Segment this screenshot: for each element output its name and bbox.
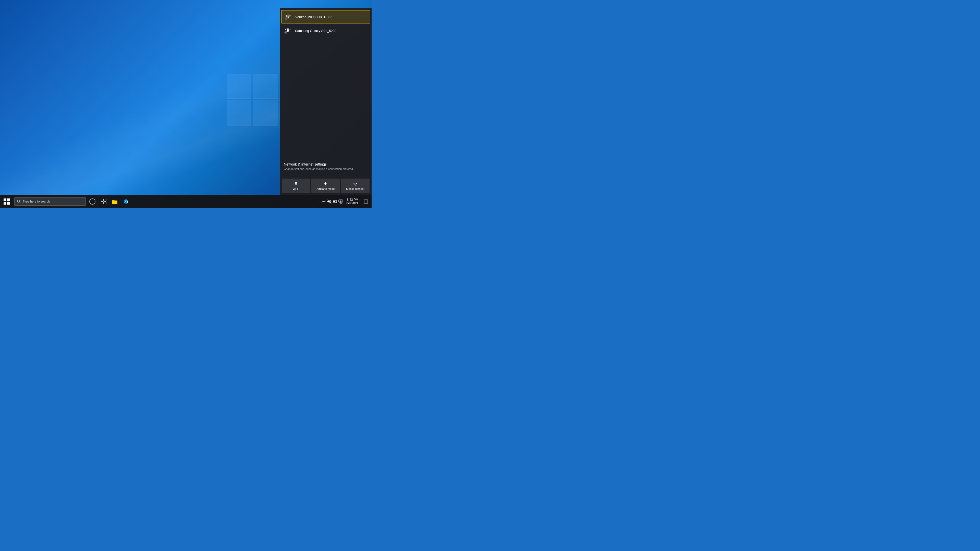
- taskbar-clock[interactable]: 8:43 PM 6/8/2021: [344, 198, 361, 205]
- edge-browser-button[interactable]: [121, 195, 132, 208]
- action-center-button[interactable]: [361, 195, 371, 208]
- network-wave-icon[interactable]: [321, 199, 326, 204]
- svg-rect-16: [104, 202, 106, 204]
- desktop: Verizon-MiFi8800L-CB66: [0, 0, 372, 208]
- mobile-hotspot-toggle-button[interactable]: Mobile hotspot: [341, 179, 369, 193]
- svg-point-3: [288, 18, 288, 19]
- svg-rect-17: [112, 201, 118, 204]
- taskbar-search[interactable]: Type here to search: [14, 197, 86, 206]
- svg-point-27: [340, 202, 341, 202]
- taskbar: Type here to search: [0, 195, 372, 208]
- battery-icon[interactable]: [332, 199, 338, 204]
- file-explorer-icon: [112, 198, 118, 205]
- network-settings-link[interactable]: Network & Internet settings: [284, 162, 368, 166]
- network-settings-description: Change settings, such as making a connec…: [284, 167, 368, 170]
- wifi-list: Verizon-MiFi8800L-CB66: [280, 8, 372, 39]
- show-hidden-icons-button[interactable]: ⌃: [316, 195, 321, 208]
- airplane-mode-toggle-label: Airplane mode: [317, 187, 335, 190]
- start-button[interactable]: [0, 195, 13, 208]
- svg-point-8: [296, 185, 296, 185]
- mobile-hotspot-toggle-label: Mobile hotspot: [346, 187, 364, 190]
- wifi-toggle-label: Wi-Fi: [293, 187, 299, 190]
- wifi-network-samsung-name: Samsung Galaxy S9+_5239: [295, 29, 336, 33]
- network-panel: Verizon-MiFi8800L-CB66: [280, 8, 372, 195]
- airplane-mode-toggle-button[interactable]: Airplane mode: [311, 179, 340, 193]
- svg-rect-22: [333, 201, 335, 202]
- network-toggles: Wi-Fi Airplane mode Mobile hotspot: [280, 176, 372, 195]
- wifi-toggle-button[interactable]: Wi-Fi: [282, 179, 310, 193]
- svg-point-7: [288, 32, 288, 32]
- system-tray: ⌃: [316, 195, 372, 208]
- search-placeholder: Type here to search: [23, 200, 50, 203]
- svg-rect-23: [337, 201, 337, 202]
- taskview-button[interactable]: [98, 195, 109, 208]
- windows-start-icon: [3, 198, 10, 205]
- svg-rect-14: [104, 199, 106, 201]
- wifi-network-verizon-name: Verizon-MiFi8800L-CB66: [295, 15, 332, 19]
- wifi-secure-icon: [284, 13, 292, 21]
- svg-line-12: [19, 202, 21, 203]
- cortana-button[interactable]: [87, 195, 98, 208]
- edge-icon: [123, 198, 129, 205]
- svg-rect-6: [286, 32, 286, 33]
- search-icon: [17, 200, 21, 203]
- cortana-icon: [89, 198, 95, 205]
- svg-rect-10: [355, 185, 356, 186]
- wifi-network-verizon[interactable]: Verizon-MiFi8800L-CB66: [281, 10, 370, 24]
- clock-time: 8:43 PM: [347, 198, 358, 202]
- taskview-icon: [100, 198, 107, 205]
- svg-rect-13: [101, 199, 103, 201]
- network-connections-icon[interactable]: [338, 199, 343, 204]
- svg-rect-15: [101, 202, 103, 204]
- volume-icon[interactable]: [327, 199, 332, 204]
- file-explorer-button[interactable]: [109, 195, 121, 208]
- svg-rect-2: [286, 18, 286, 19]
- clock-date: 6/8/2021: [346, 202, 358, 205]
- wifi-secure-icon-2: [284, 27, 292, 35]
- network-settings: Network & Internet settings Change setti…: [280, 158, 372, 175]
- wifi-network-samsung[interactable]: Samsung Galaxy S9+_5239: [280, 24, 372, 37]
- svg-rect-28: [364, 200, 368, 203]
